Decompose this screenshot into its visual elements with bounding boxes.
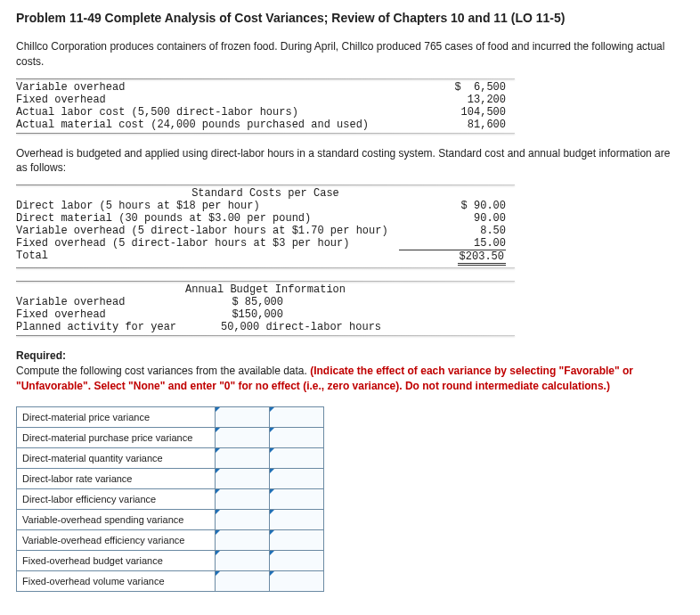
- divider: [16, 133, 515, 134]
- divider: [16, 281, 515, 282]
- std-cost-value: 15.00: [399, 237, 506, 250]
- actual-cost-label: Actual labor cost (5,500 direct-labor ho…: [16, 106, 399, 119]
- variance-amount-input[interactable]: [216, 529, 270, 550]
- std-total-label: Total: [16, 250, 399, 266]
- std-cost-value: 90.00: [399, 212, 506, 225]
- variance-label: Fixed-overhead budget variance: [17, 550, 216, 570]
- variance-amount-input[interactable]: [216, 509, 270, 529]
- variance-amount-input[interactable]: [216, 468, 270, 488]
- variance-effect-input[interactable]: [270, 550, 324, 570]
- variance-amount-input[interactable]: [216, 447, 270, 468]
- variance-amount-input[interactable]: [216, 570, 270, 591]
- std-cost-label: Fixed overhead (5 direct-labor hours at …: [16, 237, 399, 250]
- variance-amount-input[interactable]: [216, 427, 270, 447]
- answer-table: Direct-material price varianceDirect-mat…: [16, 406, 324, 592]
- budget-label: Variable overhead: [16, 296, 194, 308]
- std-cost-row: Fixed overhead (5 direct-labor hours at …: [16, 237, 515, 250]
- variance-effect-input[interactable]: [270, 447, 324, 468]
- actual-costs-block: Variable overhead$ 6,500Fixed overhead13…: [16, 78, 684, 134]
- actual-cost-row: Fixed overhead13,200: [16, 94, 515, 106]
- divider: [16, 335, 515, 336]
- std-cost-row: Direct material (30 pounds at $3.00 per …: [16, 212, 515, 225]
- std-costs-header: Standard Costs per Case: [16, 187, 515, 200]
- required-text: Compute the following cost variances fro…: [16, 365, 310, 377]
- variance-label: Variable-overhead efficiency variance: [17, 529, 216, 550]
- variance-label: Direct-labor rate variance: [17, 468, 216, 488]
- divider: [16, 267, 515, 268]
- actual-cost-row: Variable overhead$ 6,500: [16, 81, 515, 94]
- variance-label: Direct-labor efficiency variance: [17, 488, 216, 509]
- variance-effect-input[interactable]: [270, 509, 324, 529]
- std-cost-label: Direct material (30 pounds at $3.00 per …: [16, 212, 399, 225]
- table-row: Fixed-overhead budget variance: [17, 550, 324, 570]
- budget-row: Planned activity for year50,000 direct-l…: [16, 321, 515, 333]
- budget-label: Fixed overhead: [16, 308, 194, 321]
- variance-label: Direct-material quantity variance: [17, 447, 216, 468]
- budget-row: Variable overhead$ 85,000: [16, 296, 515, 308]
- table-row: Direct-labor rate variance: [17, 468, 324, 488]
- variance-amount-input[interactable]: [216, 406, 270, 427]
- budget-header: Annual Budget Information: [16, 283, 515, 296]
- actual-cost-value: 104,500: [399, 106, 506, 119]
- overhead-text: Overhead is budgeted and applied using d…: [16, 146, 684, 176]
- intro-text: Chillco Corporation produces containers …: [16, 39, 684, 70]
- table-row: Direct-material purchase price variance: [17, 427, 324, 447]
- variance-label: Fixed-overhead volume variance: [17, 570, 216, 591]
- std-cost-value: $ 90.00: [399, 200, 506, 212]
- required-section: Required: Compute the following cost var…: [16, 348, 684, 393]
- actual-cost-row: Actual labor cost (5,500 direct-labor ho…: [16, 106, 515, 119]
- table-row: Direct-material quantity variance: [17, 447, 324, 468]
- table-row: Variable-overhead spending variance: [17, 509, 324, 529]
- actual-cost-value: 13,200: [399, 94, 506, 106]
- budget-value: $ 85,000: [194, 296, 283, 308]
- standard-costs-block: Standard Costs per Case Direct labor (5 …: [16, 184, 684, 268]
- variance-label: Variable-overhead spending variance: [17, 509, 216, 529]
- problem-title: Problem 11-49 Complete Analysis of Cost …: [16, 11, 684, 25]
- variance-effect-input[interactable]: [270, 570, 324, 591]
- divider: [16, 78, 515, 79]
- budget-block: Annual Budget Information Variable overh…: [16, 281, 684, 336]
- variance-effect-input[interactable]: [270, 529, 324, 550]
- budget-value: $150,000: [194, 308, 283, 321]
- required-label: Required:: [16, 349, 66, 362]
- variance-effect-input[interactable]: [270, 427, 324, 447]
- std-cost-row: Direct labor (5 hours at $18 per hour)$ …: [16, 200, 515, 212]
- actual-cost-label: Variable overhead: [16, 81, 399, 94]
- variance-effect-input[interactable]: [270, 468, 324, 488]
- std-total-value: $203.50: [399, 250, 506, 266]
- budget-value: 50,000 direct-labor hours: [194, 321, 381, 333]
- variance-label: Direct-material purchase price variance: [17, 427, 216, 447]
- actual-cost-row: Actual material cost (24,000 pounds purc…: [16, 119, 515, 131]
- std-cost-row: Variable overhead (5 direct-labor hours …: [16, 225, 515, 237]
- divider: [16, 184, 515, 185]
- std-cost-label: Variable overhead (5 direct-labor hours …: [16, 225, 399, 237]
- std-cost-value: 8.50: [399, 225, 506, 237]
- table-row: Direct-material price variance: [17, 406, 324, 427]
- variance-amount-input[interactable]: [216, 550, 270, 570]
- actual-cost-value: $ 6,500: [399, 81, 506, 94]
- variance-amount-input[interactable]: [216, 488, 270, 509]
- std-cost-label: Direct labor (5 hours at $18 per hour): [16, 200, 399, 212]
- budget-row: Fixed overhead$150,000: [16, 308, 515, 321]
- actual-cost-label: Actual material cost (24,000 pounds purc…: [16, 119, 399, 131]
- variance-effect-input[interactable]: [270, 488, 324, 509]
- table-row: Fixed-overhead volume variance: [17, 570, 324, 591]
- variance-label: Direct-material price variance: [17, 406, 216, 427]
- actual-cost-value: 81,600: [399, 119, 506, 131]
- table-row: Variable-overhead efficiency variance: [17, 529, 324, 550]
- table-row: Direct-labor efficiency variance: [17, 488, 324, 509]
- budget-label: Planned activity for year: [16, 321, 194, 333]
- actual-cost-label: Fixed overhead: [16, 94, 399, 106]
- variance-effect-input[interactable]: [270, 406, 324, 427]
